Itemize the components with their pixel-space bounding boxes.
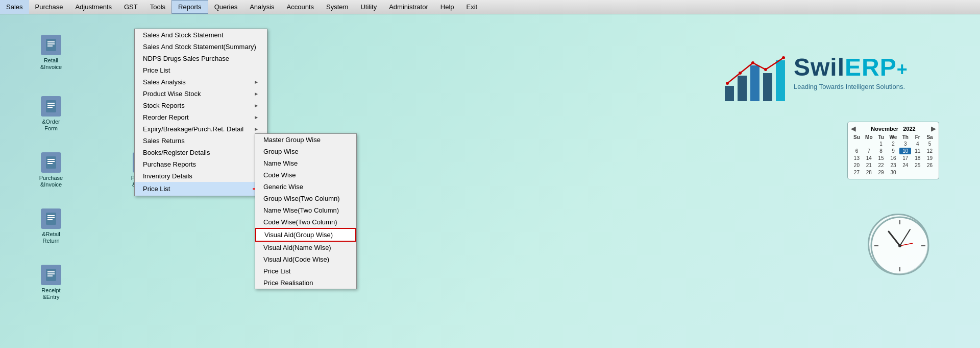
cal-day[interactable]: 16 (888, 155, 899, 161)
cal-day[interactable]: 11 (912, 148, 923, 154)
menu-administrator[interactable]: Administrator (383, 0, 434, 14)
menu-accounts[interactable]: Accounts (281, 0, 320, 14)
icon-retail-return[interactable]: &RetailReturn (31, 208, 71, 244)
icon-order-form[interactable]: &OrderForm (31, 96, 71, 132)
menu-stock-reports[interactable]: Stock Reports ► (135, 100, 267, 111)
menu-tools[interactable]: Tools (144, 0, 172, 14)
cal-day[interactable]: 5 (924, 141, 936, 147)
reports-dropdown: Sales And Stock Statement Sales And Stoc… (134, 29, 267, 196)
cal-day[interactable]: 23 (888, 162, 899, 169)
menu-purchase-reports[interactable]: Purchase Reports ► (135, 158, 267, 170)
submenu-master-group-wise[interactable]: Master Group Wise (255, 134, 356, 146)
submenu-code-wise-two-col[interactable]: Code Wise(Two Column) (255, 216, 356, 228)
svg-rect-11 (47, 163, 53, 164)
menu-price-list-top[interactable]: Price List (135, 64, 267, 76)
submenu-group-wise-two-col[interactable]: Group Wise(Two Column) (255, 193, 356, 204)
menu-sales-stock-summary[interactable]: Sales And Stock Statement(Summary) (135, 41, 267, 53)
svg-rect-7 (47, 107, 53, 108)
cal-day[interactable]: 6 (851, 148, 863, 154)
cal-day[interactable]: 12 (924, 148, 936, 154)
cal-day[interactable]: 20 (851, 162, 863, 169)
calendar-grid: Su Mo Tu We Th Fr Sa 1 2 3 4 5 6 7 8 9 1… (851, 134, 936, 176)
menu-adjustments[interactable]: Adjustments (69, 0, 118, 14)
cal-day[interactable]: 9 (888, 148, 899, 154)
menu-ndps-drugs[interactable]: NDPS Drugs Sales Purchase (135, 53, 267, 64)
cal-day[interactable]: 18 (912, 155, 923, 161)
cal-day[interactable]: 22 (875, 162, 887, 169)
cal-day[interactable]: 3 (899, 141, 911, 147)
svg-rect-17 (47, 215, 55, 216)
day-tu: Tu (875, 134, 887, 140)
submenu-name-wise[interactable]: Name Wise (255, 157, 356, 169)
menu-utility[interactable]: Utility (354, 0, 383, 14)
day-th: Th (899, 134, 911, 140)
svg-rect-0 (46, 39, 56, 51)
cal-day[interactable]: 14 (863, 155, 875, 161)
menu-sales-analysis[interactable]: Sales Analysis ► (135, 76, 267, 88)
menu-analysis[interactable]: Analysis (243, 0, 280, 14)
menu-purchase[interactable]: Purchase (29, 0, 69, 14)
cal-day[interactable]: 25 (912, 162, 923, 169)
cal-day[interactable]: 1 (875, 141, 887, 147)
menu-queries[interactable]: Queries (208, 0, 244, 14)
submenu-visual-aid-name-wise[interactable]: Visual Aid(Name Wise) (255, 242, 356, 253)
cal-day[interactable]: 17 (899, 155, 911, 161)
submenu-generic-wise[interactable]: Generic Wise (255, 181, 356, 193)
menu-inventory-details[interactable]: Inventory Details ► (135, 170, 267, 182)
menu-expiry-breakage[interactable]: Expiry/Breakage/Purch.Ret. Detail ► (135, 123, 267, 135)
pricelist-submenu: Master Group Wise Group Wise Name Wise C… (255, 133, 357, 289)
menu-gst[interactable]: GST (118, 0, 144, 14)
cal-day[interactable]: 8 (875, 148, 887, 154)
icon-retail-invoice[interactable]: Retail&Invoice (31, 35, 71, 71)
menu-system[interactable]: System (320, 0, 354, 14)
day-fr: Fr (912, 134, 923, 140)
svg-rect-16 (46, 213, 56, 225)
icon-purchase-invoice-1[interactable]: Purchase&Invoice (31, 152, 71, 188)
svg-point-31 (751, 61, 754, 64)
menu-reorder-report[interactable]: Reorder Report ► (135, 111, 267, 123)
cal-day[interactable]: 7 (863, 148, 875, 154)
svg-rect-25 (738, 76, 747, 101)
submenu-visual-aid-code-wise[interactable]: Visual Aid(Code Wise) (255, 253, 356, 265)
submenu-arrow: ► (254, 91, 259, 97)
cal-day[interactable]: 30 (888, 169, 899, 176)
cal-day[interactable]: 27 (851, 169, 863, 176)
menu-sales-stock-statement[interactable]: Sales And Stock Statement (135, 29, 267, 41)
day-we: We (888, 134, 899, 140)
cal-day[interactable]: 29 (875, 169, 887, 176)
menu-books-register[interactable]: Books/Register Details ► (135, 147, 267, 158)
submenu-price-realisation[interactable]: Price Realisation (255, 277, 356, 289)
cal-day[interactable] (851, 141, 863, 147)
menu-sales-returns[interactable]: Sales Returns ► (135, 135, 267, 147)
menu-help[interactable]: Help (434, 0, 460, 14)
menu-reports[interactable]: Reports (172, 0, 208, 14)
icon-receipt-entry[interactable]: Receipt&Entry (31, 265, 71, 300)
submenu-price-list[interactable]: Price List (255, 265, 356, 277)
cal-today[interactable]: 10 (899, 148, 911, 154)
menu-price-list-sub[interactable]: Price List ➜ (135, 182, 267, 196)
menu-sales[interactable]: Sales (0, 0, 29, 14)
submenu-code-wise[interactable]: Code Wise (255, 169, 356, 181)
svg-rect-2 (47, 43, 55, 44)
logo-area: SwilERP+ Leading Towards Intelligent Sol… (720, 50, 949, 132)
order-form-icon (41, 96, 61, 117)
menu-product-wise-stock[interactable]: Product Wise Stock ► (135, 88, 267, 100)
cal-day[interactable]: 26 (924, 162, 936, 169)
submenu-group-wise[interactable]: Group Wise (255, 146, 356, 157)
cal-day[interactable]: 15 (875, 155, 887, 161)
cal-day[interactable]: 19 (924, 155, 936, 161)
menu-exit[interactable]: Exit (460, 0, 484, 14)
cal-day[interactable]: 28 (863, 169, 875, 176)
submenu-visual-aid-group-wise[interactable]: Visual Aid(Group Wise) (255, 228, 356, 242)
cal-day[interactable]: 13 (851, 155, 863, 161)
cal-day[interactable]: 2 (888, 141, 899, 147)
cal-day[interactable]: 4 (912, 141, 923, 147)
receipt-entry-label: Receipt&Entry (41, 287, 60, 300)
cal-day[interactable]: 21 (863, 162, 875, 169)
cal-day[interactable]: 24 (899, 162, 911, 169)
svg-point-33 (782, 56, 785, 59)
cal-day[interactable] (863, 141, 875, 147)
calendar-next[interactable]: ▶ (931, 125, 936, 132)
calendar-prev[interactable]: ◀ (851, 125, 855, 132)
submenu-name-wise-two-col[interactable]: Name Wise(Two Column) (255, 204, 356, 216)
